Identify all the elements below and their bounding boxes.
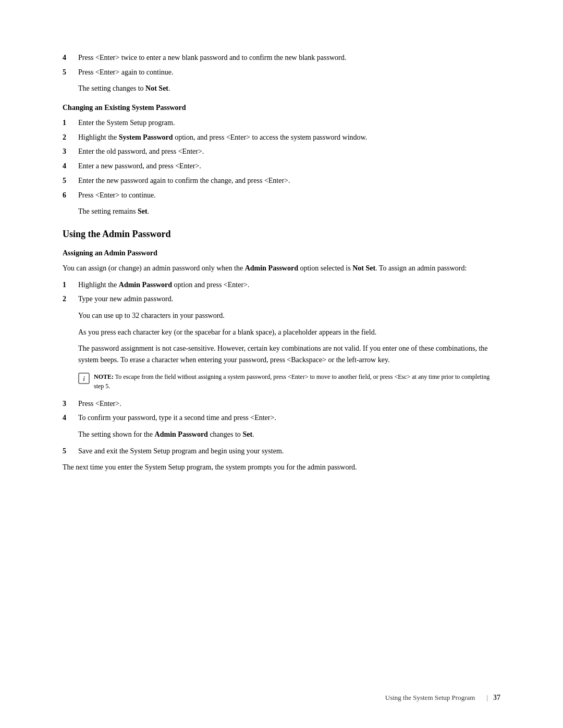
changing-step-num-4: 4 <box>63 161 78 172</box>
admin-password-step-bold: Admin Password <box>119 281 172 289</box>
changing-step-content-3: Enter the old password, and press <Enter… <box>78 146 500 157</box>
page: 4 Press <Enter> twice to enter a new bla… <box>0 0 563 728</box>
step-number-5: 5 <box>63 67 78 78</box>
main-heading: Using the Admin Password <box>63 229 500 240</box>
admin-step-content-2: Type your new admin password. <box>78 293 500 305</box>
footer-page-number: 37 <box>493 694 500 702</box>
initial-steps: 4 Press <Enter> twice to enter a new bla… <box>63 52 500 78</box>
not-set-bold: Not Set <box>145 84 168 92</box>
set-bold: Set <box>138 207 148 215</box>
admin-password-setting-bold: Admin Password <box>155 430 208 438</box>
closing-text: The next time you enter the System Setup… <box>63 462 500 473</box>
changing-step-4: 4 Enter a new password, and press <Enter… <box>63 161 500 172</box>
step4-setting-note: The setting shown for the Admin Password… <box>78 429 500 440</box>
admin-step-content-1: Highlight the Admin Password option and … <box>78 279 500 291</box>
footer: Using the System Setup Program | 37 <box>0 694 563 702</box>
note-32-chars: You can use up to 32 characters in your … <box>78 310 500 322</box>
admin-step-num-1: 1 <box>63 279 78 291</box>
step-item-5: 5 Press <Enter> again to continue. <box>63 67 500 78</box>
note-icon: i <box>78 373 90 384</box>
changing-heading: Changing an Existing System Password <box>63 104 500 112</box>
changing-step-1: 1 Enter the System Setup program. <box>63 117 500 129</box>
admin-step-num-2: 2 <box>63 293 78 305</box>
note-case-sensitive: The password assignment is not case-sens… <box>78 343 500 365</box>
admin-step-num-3: 3 <box>63 398 78 410</box>
admin-step-content-4: To confirm your password, type it a seco… <box>78 412 500 424</box>
admin-steps-2: 3 Press <Enter>. 4 To confirm your passw… <box>63 398 500 424</box>
admin-step-content-5: Save and exit the System Setup program a… <box>78 446 500 457</box>
admin-step-content-3: Press <Enter>. <box>78 398 500 410</box>
note-label: NOTE: <box>94 373 114 380</box>
step6-note: The setting remains Set. <box>78 206 500 217</box>
admin-step-5: 5 Save and exit the System Setup program… <box>63 446 500 457</box>
changing-step-content-2: Highlight the System Password option, an… <box>78 132 500 143</box>
admin-step-num-5: 5 <box>63 446 78 457</box>
changing-step-num-3: 3 <box>63 146 78 157</box>
changing-step-content-6: Press <Enter> to continue. <box>78 190 500 201</box>
changing-step-5: 5 Enter the new password again to confir… <box>63 175 500 187</box>
set-bold-2: Set <box>242 430 252 438</box>
svg-text:i: i <box>83 375 85 382</box>
intro-text: You can assign (or change) an admin pass… <box>63 263 500 274</box>
changing-step-6: 6 Press <Enter> to continue. <box>63 190 500 201</box>
admin-step-3: 3 Press <Enter>. <box>63 398 500 410</box>
changing-step-num-6: 6 <box>63 190 78 201</box>
changing-step-2: 2 Highlight the System Password option, … <box>63 132 500 143</box>
changing-step-content-1: Enter the System Setup program. <box>78 117 500 129</box>
step5-note: The setting changes to Not Set. <box>78 83 500 94</box>
step-content-5: Press <Enter> again to continue. <box>78 67 500 78</box>
not-set-intro-bold: Not Set <box>352 264 375 272</box>
changing-step-content-4: Enter a new password, and press <Enter>. <box>78 161 500 172</box>
note-placeholder: As you press each character key (or the … <box>78 327 500 338</box>
admin-steps-3: 5 Save and exit the System Setup program… <box>63 446 500 457</box>
step-number-4: 4 <box>63 52 78 64</box>
step-item-4: 4 Press <Enter> twice to enter a new bla… <box>63 52 500 64</box>
admin-step-1: 1 Highlight the Admin Password option an… <box>63 279 500 291</box>
admin-step-num-4: 4 <box>63 412 78 424</box>
changing-step-num-5: 5 <box>63 175 78 187</box>
footer-divider: | <box>486 694 488 702</box>
admin-steps: 1 Highlight the Admin Password option an… <box>63 279 500 305</box>
system-password-bold: System Password <box>119 133 173 141</box>
assigning-heading: Assigning an Admin Password <box>63 249 500 257</box>
changing-step-num-2: 2 <box>63 132 78 143</box>
note-text-content: NOTE: To escape from the field without a… <box>94 372 500 391</box>
step-content-4: Press <Enter> twice to enter a new blank… <box>78 52 500 64</box>
admin-password-intro-bold: Admin Password <box>245 264 298 272</box>
changing-step-3: 3 Enter the old password, and press <Ent… <box>63 146 500 157</box>
note-box: i NOTE: To escape from the field without… <box>78 372 500 391</box>
changing-steps: 1 Enter the System Setup program. 2 High… <box>63 117 500 201</box>
changing-step-content-5: Enter the new password again to confirm … <box>78 175 500 187</box>
admin-step-2: 2 Type your new admin password. <box>63 293 500 305</box>
footer-section-title: Using the System Setup Program <box>385 694 475 702</box>
admin-step-4: 4 To confirm your password, type it a se… <box>63 412 500 424</box>
changing-step-num-1: 1 <box>63 117 78 129</box>
